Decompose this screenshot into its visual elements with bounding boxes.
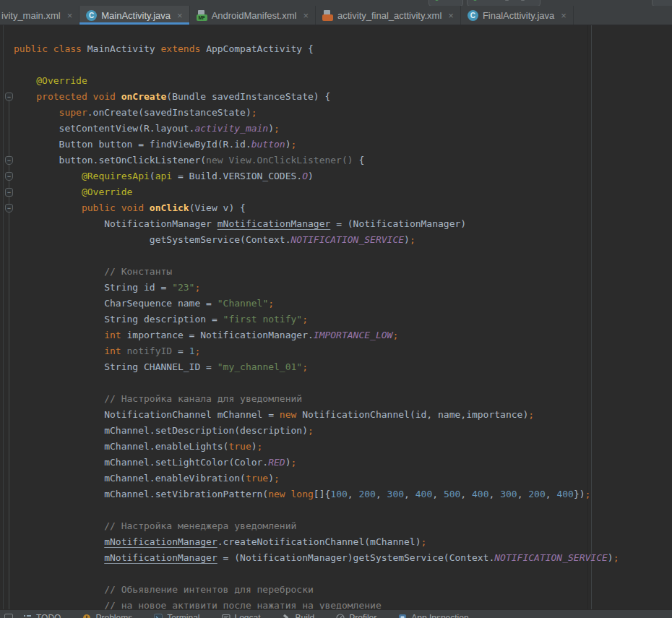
tab-activity-main-xml[interactable]: ivity_main.xml × xyxy=(0,6,79,25)
todo-icon xyxy=(23,614,32,618)
code-editor[interactable]: − − − − − public class MainActivity exte… xyxy=(0,25,672,618)
fold-marker[interactable]: − xyxy=(5,156,13,165)
profiler-icon xyxy=(336,614,345,618)
code-line: public void onClick(View v) { xyxy=(14,200,619,216)
code-line: NotificationManager mNotificationManager… xyxy=(14,216,619,232)
app-inspection-icon xyxy=(398,614,407,618)
editor-tab-bar: ivity_main.xml × C MainActivity.java × M… xyxy=(0,6,672,25)
android-xml-file-icon xyxy=(322,10,333,21)
toolbar-problems[interactable]: Problems xyxy=(82,613,132,618)
code-line: @RequiresApi(api = Build.VERSION_CODES.O… xyxy=(14,168,619,184)
tab-label: FinalActtivity.java xyxy=(483,10,554,21)
tool-window-stripe-icon[interactable] xyxy=(4,614,13,618)
close-icon[interactable]: × xyxy=(448,10,454,21)
code-line: // Настройка канала для уведомлений xyxy=(14,391,619,407)
code-line: Button button = findViewById(R.id.button… xyxy=(14,137,619,153)
code-line: CharSequence name = "Channel"; xyxy=(14,296,619,312)
tab-androidmanifest-xml[interactable]: MF AndroidManifest.xml × xyxy=(190,6,316,25)
java-class-icon: C xyxy=(86,10,97,21)
widget-glyph xyxy=(521,0,525,1)
code-area[interactable]: public class MainActivity extends AppCom… xyxy=(14,41,619,614)
tab-label: ivity_main.xml xyxy=(1,10,61,21)
build-icon xyxy=(283,614,291,618)
problems-icon xyxy=(82,614,91,618)
code-line: NotificationChannel mChannel = new Notif… xyxy=(14,407,619,423)
code-line: mChannel.setDescription(description); xyxy=(14,423,619,439)
code-line: super.onCreate(savedInstanceState); xyxy=(14,105,619,121)
device-status-dot xyxy=(473,0,477,1)
tab-label: MainActivity.java xyxy=(101,10,171,21)
run-status-dot xyxy=(435,0,439,1)
code-line: // Константы xyxy=(14,264,619,280)
toolbar-profiler[interactable]: Profiler xyxy=(336,613,376,618)
close-icon[interactable]: × xyxy=(67,10,73,21)
code-line: String CHANNEL_ID = "my_channel_01"; xyxy=(14,359,619,375)
code-line: int importance = NotificationManager.IMP… xyxy=(14,327,619,343)
code-line: String id = "23"; xyxy=(14,280,619,296)
code-line: getSystemService(Context.NOTIFICATION_SE… xyxy=(14,232,619,248)
terminal-icon xyxy=(154,614,163,618)
toolbar-terminal[interactable]: Terminal xyxy=(154,613,199,618)
tool-window-bar: TODO Problems Terminal Logcat Build Prof… xyxy=(0,609,672,618)
code-line: mNotificationManager.createNotificationC… xyxy=(14,534,619,550)
toolbar-app-inspection[interactable]: App Inspection xyxy=(398,613,468,618)
tab-label: activity_final_acttivity.xml xyxy=(337,10,441,21)
code-line: setContentView(R.layout.activity_main); xyxy=(14,121,619,137)
code-line: @Override xyxy=(14,73,619,89)
code-line xyxy=(14,566,619,582)
tab-mainactivity-java[interactable]: C MainActivity.java × xyxy=(79,6,189,25)
code-line: mChannel.setVibrationPattern(new long[]{… xyxy=(14,486,619,502)
code-line xyxy=(14,502,619,518)
android-studio-window: ivity_main.xml × C MainActivity.java × M… xyxy=(0,0,672,618)
close-icon[interactable]: × xyxy=(303,10,309,21)
code-line: // Обьявление интентов для переброски xyxy=(14,582,619,598)
code-line: // Настройка менеджера уведомлений xyxy=(14,518,619,534)
code-line xyxy=(14,248,619,264)
fold-marker[interactable]: − xyxy=(5,204,13,213)
widget-glyph xyxy=(505,0,509,1)
tab-finalacttivity-java[interactable]: C FinalActtivity.java × xyxy=(461,6,574,25)
manifest-file-icon: MF xyxy=(197,10,207,21)
code-line: mChannel.enableVibration(true); xyxy=(14,471,619,486)
tab-activity-final-acttivity-xml[interactable]: activity_final_acttivity.xml × xyxy=(316,6,461,25)
fold-marker[interactable]: − xyxy=(5,172,13,181)
code-line: button.setOnClickListener(new View.OnCli… xyxy=(14,153,619,168)
gutter-separator xyxy=(3,25,4,609)
code-line: mChannel.setLightColor(Color.RED); xyxy=(14,455,619,471)
toolbar-todo[interactable]: TODO xyxy=(23,613,61,618)
code-line xyxy=(14,57,619,73)
code-line: mChannel.enableLights(true); xyxy=(14,439,619,455)
fold-marker[interactable]: − xyxy=(5,188,13,197)
toolbar-build[interactable]: Build xyxy=(283,613,315,618)
fold-marker[interactable]: − xyxy=(5,93,13,101)
code-line xyxy=(14,375,619,391)
tab-label: AndroidManifest.xml xyxy=(212,10,297,21)
toolbar-strip xyxy=(0,0,672,6)
java-class-icon: C xyxy=(468,10,478,21)
close-icon[interactable]: × xyxy=(561,10,567,21)
code-line: public class MainActivity extends AppCom… xyxy=(14,41,619,57)
code-line: int notifyID = 1; xyxy=(14,343,619,359)
code-line: protected void onCreate(Bundle savedInst… xyxy=(14,89,619,105)
close-icon[interactable]: × xyxy=(177,10,183,21)
code-line: @Override xyxy=(14,184,619,200)
code-line: mNotificationManager = (NotificationMana… xyxy=(14,550,619,566)
toolbar-logcat[interactable]: Logcat xyxy=(222,613,261,618)
logcat-icon xyxy=(222,614,231,618)
active-tab-indicator xyxy=(79,22,189,25)
code-line: String description = "first notify"; xyxy=(14,312,619,327)
